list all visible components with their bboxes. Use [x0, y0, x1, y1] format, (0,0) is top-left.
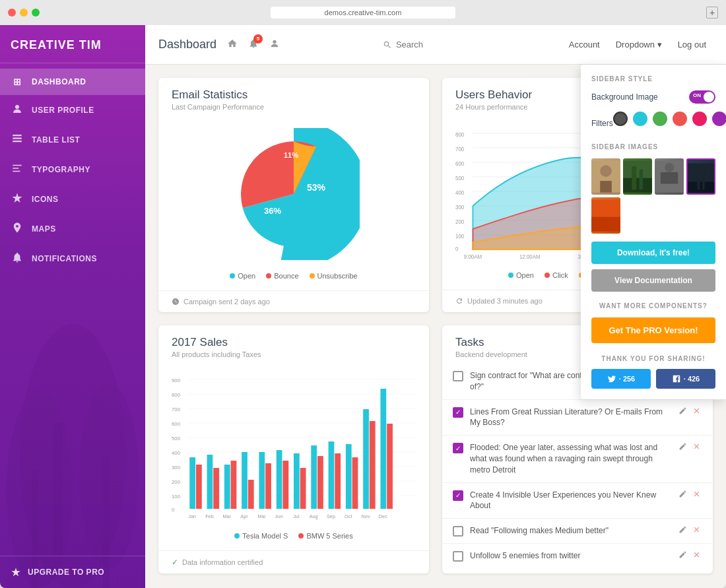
minimize-button[interactable]: [20, 9, 28, 16]
svg-rect-74: [317, 456, 323, 509]
task-edit-button-2[interactable]: [677, 407, 688, 417]
sidebar-item-typography[interactable]: TYPOGRAPHY: [0, 154, 145, 184]
legend-label-ub-open: Open: [516, 271, 534, 279]
task-actions-6: [677, 550, 702, 561]
svg-rect-80: [370, 421, 376, 509]
email-stats-footer-text: Campaign sent 2 days ago: [183, 298, 270, 306]
close-button[interactable]: [8, 9, 16, 16]
task-edit-button-4[interactable]: [677, 490, 688, 500]
sidebar-item-user-profile[interactable]: USER PROFILE: [0, 95, 145, 125]
bar-chart-container: 900 800 700 600 500 400 300 200 100 0: [172, 369, 416, 527]
svg-text:300: 300: [172, 465, 181, 471]
svg-text:Apr: Apr: [240, 513, 248, 519]
twitter-share-button[interactable]: · 256: [591, 369, 651, 389]
facebook-share-button[interactable]: · 426: [656, 369, 715, 389]
sidebar-thumb-4[interactable]: [686, 158, 715, 195]
task-delete-button-3[interactable]: [691, 442, 702, 453]
task-checkbox-1[interactable]: [453, 371, 463, 381]
user-menu-button[interactable]: [267, 36, 282, 54]
legend-label-unsub: Unsubscribe: [317, 272, 358, 280]
filter-cyan[interactable]: [633, 112, 647, 126]
download-free-button[interactable]: Download, it's free!: [591, 242, 715, 264]
new-tab-button[interactable]: +: [706, 7, 718, 18]
task-checkbox-6[interactable]: [453, 551, 463, 562]
sidebar-item-table-list[interactable]: TABLE LIST: [0, 125, 145, 154]
svg-text:500: 500: [172, 436, 181, 441]
filter-green[interactable]: [653, 112, 667, 126]
svg-text:800: 800: [455, 131, 464, 139]
svg-text:800: 800: [172, 392, 181, 398]
legend-label-bounce: Bounce: [274, 272, 298, 280]
search-input[interactable]: [396, 40, 462, 49]
svg-rect-77: [346, 444, 352, 509]
get-pro-button[interactable]: Get The PRO Version!: [591, 317, 715, 343]
account-button[interactable]: Account: [562, 36, 607, 53]
legend-dot-ub-click: [544, 273, 550, 278]
dropdown-button[interactable]: Dropdown ▾: [609, 36, 669, 53]
filter-pink[interactable]: [692, 112, 707, 126]
sidebar-thumb-5[interactable]: [591, 197, 620, 234]
notification-badge: 5: [253, 34, 263, 44]
svg-text:Jun: Jun: [275, 513, 283, 519]
sidebar-item-notifications[interactable]: NOTIFICATIONS: [0, 244, 145, 273]
svg-rect-65: [242, 452, 248, 509]
upgrade-to-pro-button[interactable]: UPGRADE TO PRO: [0, 556, 145, 588]
legend-label-bmw: BMW 5 Series: [306, 532, 352, 540]
pie-legend: Open Bounce Unsubscribe: [172, 272, 416, 280]
filter-dark[interactable]: [613, 112, 628, 126]
svg-rect-107: [697, 166, 700, 190]
sidebar-item-label: ICONS: [32, 195, 59, 204]
sidebar-thumb-3[interactable]: [655, 158, 684, 195]
svg-rect-103: [661, 172, 678, 184]
legend-ub-open: Open: [508, 271, 534, 279]
sidebar-images-grid: [591, 158, 715, 234]
maximize-button[interactable]: [32, 9, 40, 16]
background-image-toggle[interactable]: ON: [689, 90, 715, 104]
task-checkbox-5[interactable]: [453, 526, 463, 537]
breadcrumb-icon-button[interactable]: [224, 36, 240, 54]
sidebar-item-dashboard[interactable]: ⊞ DASHBOARD: [0, 69, 145, 95]
task-checkbox-4[interactable]: ✓: [453, 490, 463, 501]
sidebar-item-label: DASHBOARD: [32, 77, 86, 86]
filter-purple[interactable]: [712, 112, 726, 126]
filter-red[interactable]: [673, 112, 687, 126]
legend-open: Open: [230, 272, 255, 280]
logout-button[interactable]: Log out: [671, 36, 713, 53]
sidebar-thumb-2[interactable]: [623, 158, 652, 195]
task-item: Read "Following makes Medium better": [442, 519, 713, 544]
sidebar-content: CREATIVE TIM ⊞ DASHBOARD USER PROFILE: [0, 25, 145, 588]
svg-rect-78: [352, 457, 358, 509]
notification-bell-button[interactable]: 5: [246, 36, 261, 54]
task-delete-button-4[interactable]: [691, 490, 702, 500]
legend-dot-tesla: [234, 533, 240, 539]
task-edit-button-6[interactable]: [677, 550, 688, 561]
chevron-down-icon: ▾: [657, 40, 662, 49]
svg-rect-59: [189, 457, 195, 509]
sidebar-item-label: USER PROFILE: [32, 106, 94, 115]
svg-rect-100: [632, 166, 636, 189]
task-edit-button-3[interactable]: [677, 442, 688, 453]
svg-rect-71: [294, 453, 300, 509]
task-actions-3: [677, 442, 702, 453]
svg-text:Mar: Mar: [222, 513, 231, 519]
sales-footer-text: Data information certified: [182, 558, 263, 566]
task-checkbox-3[interactable]: ✓: [453, 443, 463, 453]
view-docs-button[interactable]: View Documentation: [591, 269, 715, 292]
task-checkbox-2[interactable]: ✓: [453, 407, 463, 418]
url-bar[interactable]: demos.creative-tim.com: [271, 7, 455, 18]
task-delete-button-5[interactable]: [691, 525, 702, 536]
brand-name: CREATIVE TIM: [11, 38, 135, 52]
task-delete-button-2[interactable]: [691, 407, 702, 417]
certified-checkmark-icon: ✓: [172, 558, 178, 567]
task-delete-button-6[interactable]: [691, 550, 702, 561]
sidebar-thumb-1[interactable]: [591, 158, 620, 195]
task-actions-5: [677, 525, 702, 536]
sidebar-item-maps[interactable]: MAPS: [0, 214, 145, 244]
task-text-5: Read "Following makes Medium better": [470, 525, 671, 537]
sales-card: 2017 Sales All products including Taxes …: [158, 325, 429, 573]
legend-label-open: Open: [238, 272, 255, 280]
legend-dot-open: [230, 273, 235, 278]
task-edit-button-5[interactable]: [677, 525, 688, 536]
sidebar-item-icons[interactable]: ICONS: [0, 184, 145, 214]
search-bar: [383, 40, 462, 49]
